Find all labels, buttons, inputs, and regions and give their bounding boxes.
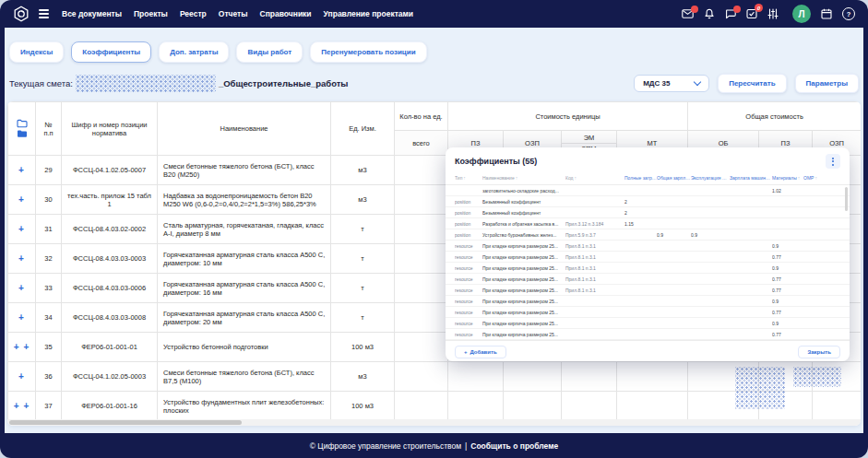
folder-outline-icon[interactable] — [17, 119, 28, 128]
modal-title: Коэффициенты (55) — [455, 157, 537, 166]
coefficient-row[interactable]: resourceПри кладке кирпича размером 25..… — [446, 263, 850, 274]
sort-icon[interactable]: ↑ — [814, 175, 817, 181]
col-header-total-cost: Общая стоимость — [688, 102, 861, 131]
row-num: 31 — [36, 215, 62, 244]
coefficient-row[interactable]: заготовительно-складские расход...1.02 — [446, 185, 850, 196]
coef-col-mt: Материалы↑ — [772, 175, 803, 181]
topbar-actions: 0 Л ? — [682, 5, 855, 23]
col-header-unit: Ед. Изм. — [331, 102, 395, 156]
row-num: 29 — [36, 156, 62, 185]
coef-col-em: Эксплуатация машин↑ — [691, 175, 730, 181]
sort-icon[interactable]: ↑ — [575, 175, 577, 181]
chat-badge — [733, 6, 741, 13]
row-name: Горячекатанная арматурная сталь класса А… — [158, 244, 331, 274]
add-coefficient-button[interactable]: + Добавить — [455, 346, 506, 358]
tasks-icon[interactable]: 0 — [746, 8, 757, 19]
sort-icon[interactable]: ↑ — [798, 175, 801, 181]
row-code: ФССЦ-04.1.02.05-0003 — [62, 362, 158, 392]
expand-row-button[interactable]: + — [8, 185, 36, 215]
row-code: ФССЦ-04.1.02.05-0007 — [62, 156, 158, 185]
row-name: Горячекатанная арматурная сталь класса А… — [158, 303, 331, 333]
row-code: ФЕР06-01-001-16 — [62, 392, 158, 421]
horizontal-scrollbar[interactable] — [7, 419, 861, 426]
sort-icon[interactable]: ↑ — [463, 175, 466, 181]
coefficient-row[interactable]: positionБезымянный коэффициент2 — [446, 207, 850, 218]
top-navbar: Все документы Проекты Реестр Отчеты Спра… — [0, 0, 868, 28]
coefficient-row[interactable]: positionРазработка и обратная засыпка в.… — [446, 218, 850, 229]
coefficient-row[interactable]: positionБезымянный коэффициент2 — [446, 196, 850, 207]
renumber-positions-button[interactable]: Перенумеровать позиции — [310, 41, 426, 63]
row-unit: т — [331, 244, 395, 274]
chat-icon[interactable] — [725, 9, 736, 19]
table-row: + 36 ФССЦ-04.1.02.05-0003 Смеси бетонные… — [8, 362, 862, 392]
indexes-button[interactable]: Индексы — [9, 41, 64, 63]
chevron-down-icon — [694, 78, 701, 86]
expand-row-button[interactable]: + + — [8, 333, 36, 362]
work-types-button[interactable]: Виды работ — [236, 41, 303, 63]
mail-icon[interactable] — [682, 9, 694, 18]
expand-row-button[interactable]: + — [8, 215, 36, 244]
coefficient-row[interactable]: resourceПри кладке кирпича размером 25..… — [446, 296, 850, 307]
coefficient-row[interactable]: resourceПри кладке кирпича размером 25..… — [446, 252, 850, 263]
nav-directories[interactable]: Справочники — [260, 9, 312, 18]
kebab-menu-icon[interactable] — [826, 154, 840, 169]
mds-select[interactable]: МДС 35 — [634, 75, 709, 92]
table-row: + + 37 ФЕР06-01-001-16 Устройство фундам… — [8, 392, 862, 421]
coefficient-row[interactable]: resourceПри кладке кирпича размером 25..… — [446, 274, 850, 285]
coefficients-list: заготовительно-складские расход...1.02 p… — [446, 185, 850, 340]
report-problem-link[interactable]: Сообщить о проблеме — [470, 441, 558, 451]
bell-icon[interactable] — [704, 8, 715, 19]
col-header-name: Наименование — [158, 102, 331, 156]
parameters-button[interactable]: Параметры — [795, 74, 859, 93]
row-name: Горячекатанная арматурная сталь класса А… — [158, 274, 331, 303]
redacted-estimate-prefix — [76, 75, 216, 92]
coefficient-row[interactable]: resourceПри кладке кирпича размером 25..… — [446, 329, 850, 340]
row-name: Устройство бетонной подготовки — [158, 333, 331, 362]
user-avatar[interactable]: Л — [792, 5, 811, 23]
nav-all-documents[interactable]: Все документы — [62, 9, 122, 18]
coefficient-row[interactable]: resourceПри кладке кирпича размером 25..… — [446, 307, 850, 318]
row-name: Сталь арматурная, горячекатаная, гладкая… — [158, 215, 331, 244]
coef-col-zpm: Зарплата машинистов↑ — [730, 175, 772, 181]
row-unit: 100 м3 — [331, 392, 395, 421]
redacted-cell-value — [793, 367, 841, 387]
nav-registry[interactable]: Реестр — [180, 9, 207, 18]
recalculate-button[interactable]: Пересчитать — [718, 74, 786, 93]
coefficients-button[interactable]: Коэффициенты — [71, 41, 151, 63]
expand-row-button[interactable]: + + — [8, 392, 36, 421]
row-unit: т — [331, 215, 395, 244]
expand-row-button[interactable]: + — [8, 274, 36, 303]
filters-icon[interactable] — [767, 8, 779, 19]
redacted-cell-value — [735, 367, 785, 409]
sort-icon[interactable]: ↑ — [516, 175, 518, 181]
extra-costs-button[interactable]: Доп. затраты — [159, 41, 229, 63]
expand-row-button[interactable]: + — [8, 244, 36, 274]
folder-filled-icon[interactable] — [17, 129, 28, 138]
modal-scrollbar-thumb[interactable] — [845, 187, 848, 211]
row-num: 34 — [36, 303, 62, 333]
horizontal-scrollbar-thumb[interactable] — [9, 420, 242, 425]
close-modal-button[interactable]: Закрыть — [798, 346, 840, 358]
calendar-icon[interactable] — [821, 8, 832, 19]
nav-projects[interactable]: Проекты — [134, 9, 168, 18]
expand-row-button[interactable]: + — [8, 156, 36, 185]
col-header-num: № п.п — [36, 102, 62, 156]
coefficient-row[interactable]: resourceПри кладке кирпича размером 25..… — [446, 318, 850, 329]
nav-reports[interactable]: Отчеты — [219, 9, 248, 18]
plus-icon: + — [464, 349, 468, 355]
table-tools-cell — [8, 102, 36, 156]
app-logo-icon[interactable] — [13, 6, 30, 22]
expand-row-button[interactable]: + — [8, 303, 36, 333]
coefficient-row[interactable]: positionУстройство буронабивных желез...… — [446, 229, 850, 241]
coefficient-row[interactable]: resourceПри кладке кирпича размером 25..… — [446, 241, 850, 252]
row-code: тех.часть. прилож 15 табл 1 — [62, 185, 158, 215]
menu-icon[interactable] — [39, 9, 49, 18]
row-unit: м3 — [331, 156, 395, 185]
coef-col-code: Код↑ — [565, 175, 624, 181]
nav-project-management[interactable]: Управление проектами — [324, 9, 414, 18]
coef-col-type: Тип↑ — [455, 175, 482, 181]
estimate-name: _Общестроительные_работы — [219, 78, 349, 88]
help-icon[interactable]: ? — [842, 7, 855, 20]
coefficient-row[interactable]: resourceПри кладке кирпича размером 25..… — [446, 285, 850, 296]
expand-row-button[interactable]: + — [8, 362, 36, 392]
